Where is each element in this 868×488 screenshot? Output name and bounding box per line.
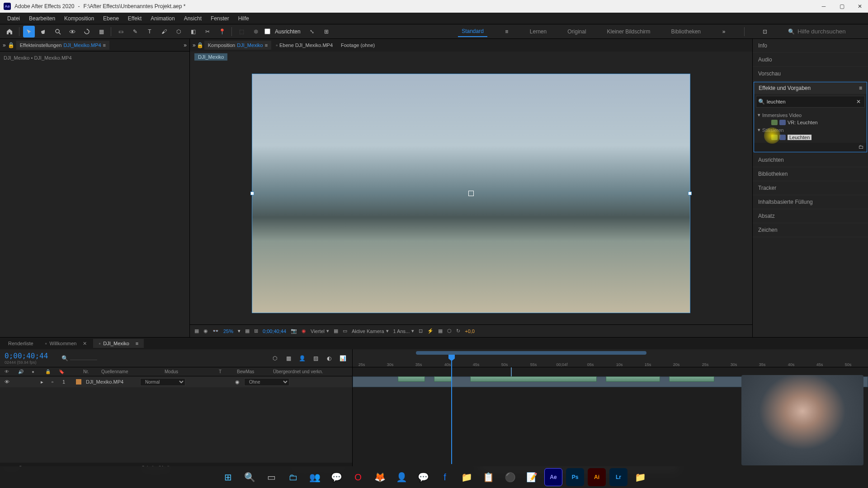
speaker-column-icon[interactable]: 🔊 xyxy=(18,369,23,374)
opera-icon[interactable]: O xyxy=(349,468,367,486)
obs-icon[interactable]: ⚫ xyxy=(501,468,519,486)
align-panel[interactable]: Ausrichten xyxy=(753,153,868,167)
timeline-layer-row[interactable]: 👁 ▸ ▫ 1 DJI_Mexiko.MP4 Normal ◉ Ohne xyxy=(0,376,352,387)
resolution-toggle[interactable]: ▦ xyxy=(245,328,250,334)
pixel-aspect[interactable]: ⊡ xyxy=(419,328,423,334)
workspace-menu-icon[interactable]: ≡ xyxy=(501,26,513,38)
home-button[interactable] xyxy=(4,26,15,38)
character-panel[interactable]: Zeichen xyxy=(753,223,868,237)
zoom-tool[interactable] xyxy=(52,26,64,38)
solo-column-icon[interactable]: ● xyxy=(32,369,36,374)
transform-handle-left[interactable] xyxy=(250,192,254,195)
comp-breadcrumb-name[interactable]: DJI_Mexiko xyxy=(194,53,227,61)
effect-vr-leuchten[interactable]: VR: Leuchten xyxy=(758,119,863,126)
video-frame[interactable] xyxy=(252,74,690,313)
render-queue-tab[interactable]: Renderliste xyxy=(3,339,39,348)
puppet-tool[interactable]: 📍 xyxy=(216,26,228,38)
after-effects-icon[interactable]: Ae xyxy=(544,468,562,486)
views-dropdown[interactable]: 1 Ans... ▾ xyxy=(393,328,415,334)
comp-panel-overflow[interactable]: » xyxy=(193,42,196,48)
layer-color-swatch[interactable] xyxy=(76,379,81,385)
effects-search-input[interactable] xyxy=(765,98,854,105)
app-icon-2[interactable]: 📋 xyxy=(479,468,497,486)
channel-toggle[interactable]: ◉ xyxy=(203,328,208,334)
ausrichten-checkbox[interactable] xyxy=(264,28,270,34)
firefox-icon[interactable]: 🦊 xyxy=(371,468,389,486)
mask-tool[interactable]: ⬚ xyxy=(236,26,247,38)
alpha-toggle[interactable]: ▦ xyxy=(194,328,199,334)
app-icon[interactable]: 👤 xyxy=(392,468,410,486)
workspace-lernen[interactable]: Lernen xyxy=(526,27,550,37)
menu-datei[interactable]: Datei xyxy=(3,14,24,23)
snapshot-button[interactable]: 📷 xyxy=(291,328,297,334)
menu-komposition[interactable]: Komposition xyxy=(60,14,99,23)
timeline-timecode[interactable]: 0;00;40;44 xyxy=(5,352,48,360)
comp-tab-menu[interactable]: ≡ xyxy=(265,42,268,48)
roi-toggle[interactable]: ▭ xyxy=(343,328,347,334)
paragraph-panel[interactable]: Absatz xyxy=(753,209,868,223)
teams-icon[interactable]: 👥 xyxy=(306,468,324,486)
minimize-button[interactable]: ─ xyxy=(819,2,828,11)
effects-search-clear[interactable]: ✕ xyxy=(854,99,863,105)
hand-tool[interactable] xyxy=(38,26,49,38)
shy-toggle[interactable]: 👤 xyxy=(297,353,307,363)
workspace-standard[interactable]: Standard xyxy=(458,26,487,37)
tree-category-stilisieren[interactable]: ▾ Stilisieren xyxy=(758,126,863,134)
photoshop-icon[interactable]: Ps xyxy=(566,468,584,486)
preview-panel[interactable]: Vorschau xyxy=(753,67,868,81)
grid-tool[interactable]: ⊞ xyxy=(321,26,332,38)
camera-tool[interactable]: ▦ xyxy=(95,26,107,38)
tree-category-immersive[interactable]: ▾ Immersives Video xyxy=(758,111,863,119)
layer-parent-select[interactable]: Ohne xyxy=(244,378,289,386)
layer-mode-select[interactable]: Normal xyxy=(140,378,185,386)
timeline-ruler[interactable]: 25s 30s 35s 40s 45s 50s 55s 00;04f 05s 1… xyxy=(353,349,868,367)
eraser-tool[interactable]: ◧ xyxy=(187,26,199,38)
folder-icon[interactable]: 📁 xyxy=(458,468,476,486)
start-button[interactable]: ⊞ xyxy=(219,468,237,486)
marker[interactable] xyxy=(511,367,512,376)
whatsapp-icon[interactable]: 💬 xyxy=(327,468,345,486)
rotate-tool[interactable] xyxy=(81,26,93,38)
menu-fenster[interactable]: Fenster xyxy=(206,14,234,23)
help-search-input[interactable] xyxy=(797,28,861,35)
menu-bearbeiten[interactable]: Bearbeiten xyxy=(24,14,60,23)
transform-handle-right[interactable] xyxy=(688,192,692,195)
menu-ebene[interactable]: Ebene xyxy=(99,14,123,23)
mask-toggle[interactable]: 👓 xyxy=(212,328,219,334)
effect-controls-tab[interactable]: Effekteinstellungen DJI_Mexiko.MP4 ≡ xyxy=(16,41,109,50)
task-view-button[interactable]: ▭ xyxy=(262,468,280,486)
layer-label-color[interactable]: ▫ xyxy=(52,379,58,385)
motion-blur-toggle[interactable]: ◐ xyxy=(324,353,334,363)
lock-column-icon[interactable]: 🔒 xyxy=(45,369,50,374)
layer-visibility[interactable]: 👁 xyxy=(5,379,9,385)
layer-tab[interactable]: ▫ Ebene DJI_Mexiko.MP4 xyxy=(272,41,336,50)
orbit-tool[interactable] xyxy=(66,26,78,38)
viewer-timecode[interactable]: 0;00;40;44 xyxy=(263,328,286,334)
clone-tool[interactable]: ⬡ xyxy=(173,26,184,38)
panel-menu-icon[interactable]: » xyxy=(3,42,6,48)
snap-tool[interactable]: ⤡ xyxy=(306,26,318,38)
comp-mini-flowchart[interactable]: ⬡ xyxy=(270,353,280,363)
playhead[interactable] xyxy=(451,356,452,464)
menu-animation[interactable]: Animation xyxy=(146,14,179,23)
workspace-kleiner[interactable]: Kleiner Bildschirm xyxy=(604,27,654,37)
composition-viewer[interactable] xyxy=(190,62,752,324)
info-panel[interactable]: Info xyxy=(753,39,868,53)
panel-overflow[interactable]: » xyxy=(184,42,187,48)
rectangle-tool[interactable]: ▭ xyxy=(115,26,127,38)
close-button[interactable]: ✕ xyxy=(855,2,864,11)
pen-tool[interactable]: ✎ xyxy=(129,26,141,38)
app-icon-3[interactable]: 📁 xyxy=(631,468,649,486)
illustrator-icon[interactable]: Ai xyxy=(588,468,606,486)
flowchart-btn[interactable]: ⬡ xyxy=(447,328,452,334)
graph-editor[interactable]: 📊 xyxy=(338,353,348,363)
frame-blend-toggle[interactable]: ▨ xyxy=(311,353,321,363)
maximize-button[interactable]: ▢ xyxy=(837,2,846,11)
new-bin-icon[interactable]: 🗀 xyxy=(859,144,864,151)
reset-exposure[interactable]: ↻ xyxy=(456,328,460,334)
menu-hilfe[interactable]: Hilfe xyxy=(234,14,254,23)
comp-timeline-tab[interactable]: ▫DJI_Mexiko≡ xyxy=(93,339,144,348)
roto-tool[interactable]: ✂ xyxy=(202,26,213,38)
facebook-icon[interactable]: f xyxy=(436,468,454,486)
menu-effekt[interactable]: Effekt xyxy=(123,14,146,23)
